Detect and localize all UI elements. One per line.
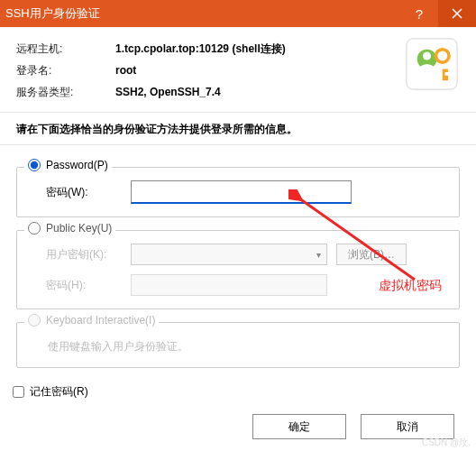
- watermark: CSDN @玟.: [422, 437, 471, 449]
- password-group: Password(P) 密码(W):: [16, 167, 460, 217]
- pk-password-input: [131, 274, 327, 296]
- keyboard-interactive-label: Keyboard Interactive(I): [46, 314, 155, 327]
- userkey-label: 用户密钥(K):: [30, 247, 131, 262]
- close-icon: [452, 8, 462, 19]
- server-type-label: 服务器类型:: [16, 85, 115, 100]
- userkey-combo: ▾: [131, 244, 327, 265]
- browse-button: 浏览(B)…: [336, 244, 407, 265]
- user-key-icon: [406, 38, 458, 90]
- remote-host-label: 远程主机:: [16, 41, 115, 57]
- annotation-text: 虚拟机密码: [379, 278, 442, 294]
- publickey-radio-label: Public Key(U): [46, 222, 112, 235]
- keyboard-interactive-radio: [28, 314, 41, 327]
- chevron-down-icon: ▾: [316, 250, 321, 260]
- instruction-text: 请在下面选择恰当的身份验证方法并提供登录所需的信息。: [0, 112, 476, 145]
- svg-point-2: [423, 51, 431, 60]
- window-title: SSH用户身份验证: [5, 5, 400, 22]
- publickey-group: Public Key(U) 用户密钥(K): ▾ 浏览(B)… 密码(H):: [16, 230, 460, 309]
- keyboard-interactive-note: 使用键盘输入用户身份验证。: [30, 334, 446, 354]
- password-input[interactable]: [131, 180, 352, 204]
- dialog-footer: 确定 取消: [0, 403, 476, 439]
- password-radio-label: Password(P): [46, 159, 108, 171]
- close-button[interactable]: [438, 0, 476, 27]
- remember-password-label: 记住密码(R): [30, 384, 88, 400]
- login-value: root: [115, 64, 136, 77]
- cancel-button[interactable]: 取消: [361, 414, 454, 439]
- help-button[interactable]: ?: [400, 0, 438, 27]
- publickey-radio[interactable]: [28, 222, 41, 235]
- auth-methods: Password(P) 密码(W): Public Key(U) 用户密钥(K)…: [0, 145, 476, 379]
- keyboard-interactive-group: Keyboard Interactive(I) 使用键盘输入用户身份验证。: [16, 322, 460, 368]
- pk-password-label: 密码(H):: [30, 278, 131, 293]
- server-type-value: SSH2, OpenSSH_7.4: [115, 86, 221, 98]
- titlebar: SSH用户身份验证 ?: [0, 0, 476, 27]
- ok-button[interactable]: 确定: [252, 414, 346, 439]
- connection-info: 远程主机: 1.tcp.cpolar.top:10129 (shell连接) 登…: [0, 27, 476, 108]
- login-label: 登录名:: [16, 63, 115, 78]
- remember-password-checkbox[interactable]: [13, 386, 24, 398]
- password-field-label: 密码(W):: [30, 185, 131, 200]
- remember-row: 记住密码(R): [0, 379, 476, 403]
- remote-host-value: 1.tcp.cpolar.top:10129 (shell连接): [115, 41, 286, 57]
- password-radio[interactable]: [28, 159, 41, 171]
